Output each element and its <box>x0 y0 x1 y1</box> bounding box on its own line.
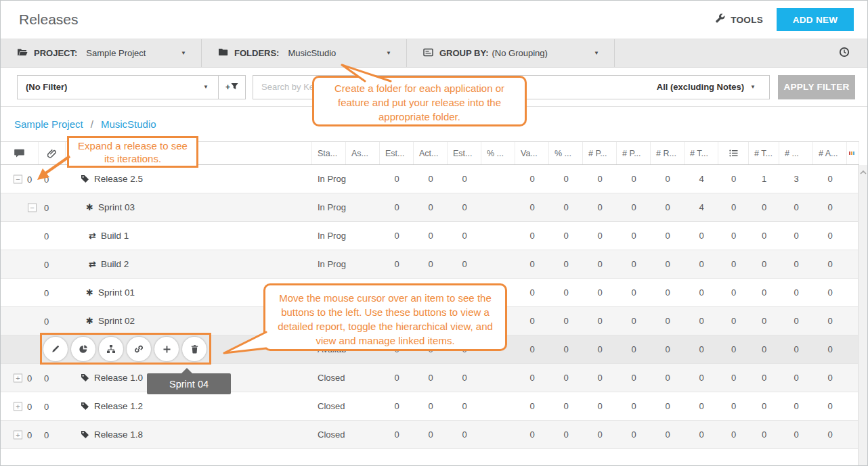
report-button[interactable] <box>71 337 95 361</box>
value-cell <box>481 392 515 420</box>
value-cell: 0 <box>718 250 749 278</box>
search-scope-select[interactable]: All (excluding Notes) ▼ <box>657 82 761 92</box>
item-name-cell[interactable]: ⇄Build 2 <box>66 250 312 278</box>
report-pie-icon <box>79 344 88 354</box>
callout-expand: Expand a release to see its iterations. <box>67 136 198 168</box>
build-icon: ⇄ <box>89 259 96 269</box>
status-cell: Closed <box>312 392 346 420</box>
folders-label: FOLDERS: <box>234 48 279 58</box>
value-cell: 0 <box>380 165 414 193</box>
value-cell: 0 <box>651 392 685 420</box>
add-filter-button[interactable]: + <box>219 75 246 99</box>
column-header[interactable]: Va... <box>515 142 549 164</box>
funnel-icon <box>231 83 238 92</box>
column-header[interactable]: # T... <box>685 142 718 164</box>
item-name-cell[interactable]: ⇄Build 1 <box>66 222 312 250</box>
column-header[interactable]: % ... <box>549 142 583 164</box>
tools-button[interactable]: TOOLS <box>715 14 763 26</box>
history-clock-icon[interactable] <box>839 47 850 60</box>
add-new-button[interactable]: ADD NEW <box>777 8 854 31</box>
column-header[interactable]: Est... <box>380 142 414 164</box>
table-row[interactable]: +00Release 1.8Closed0000000000000 <box>1 421 859 449</box>
hierarchy-button[interactable] <box>99 337 123 361</box>
item-name: Build 1 <box>101 231 129 241</box>
columns-customize-icon[interactable] <box>847 142 859 164</box>
column-header[interactable]: Est... <box>448 142 481 164</box>
groupby-dropdown[interactable]: GROUP BY: (No Grouping) ▼ <box>407 39 615 67</box>
value-cell: 0 <box>617 250 651 278</box>
value-cell: 0 <box>380 193 414 221</box>
breadcrumb-folder-link[interactable]: MusicStudio <box>101 118 156 130</box>
attachment-count: 0 <box>44 231 49 241</box>
saved-filter-select[interactable]: (No Filter) ▼ <box>17 75 219 99</box>
item-name: Release 2.5 <box>94 174 143 184</box>
expander-icon[interactable]: + <box>14 430 22 439</box>
comment-icon <box>14 149 24 158</box>
value-cell: 0 <box>414 392 448 420</box>
release-tag-icon <box>81 174 89 183</box>
value-cell: 0 <box>448 364 481 392</box>
value-cell <box>346 364 380 392</box>
breadcrumb-project-link[interactable]: Sample Project <box>14 118 83 130</box>
value-cell <box>481 165 515 193</box>
value-cell: 0 <box>813 279 847 306</box>
edit-pencil-button[interactable] <box>43 337 68 361</box>
table-row[interactable]: 0⇄Build 2In Progress0000000000000 <box>1 250 859 279</box>
project-dropdown[interactable]: PROJECT: Sample Project ▼ <box>1 39 202 67</box>
table-row[interactable]: +00Release 1.0Closed0000000000000 <box>1 364 859 392</box>
value-cell: 0 <box>380 392 414 420</box>
link-button[interactable] <box>127 337 151 361</box>
row-gutter: +0 <box>1 364 39 392</box>
item-name-cell[interactable]: Release 1.8 <box>66 421 312 448</box>
expander-icon[interactable]: − <box>14 174 22 183</box>
column-header[interactable]: # P... <box>617 142 651 164</box>
value-cell: 0 <box>515 165 549 193</box>
value-cell: 0 <box>380 222 414 250</box>
apply-filter-button[interactable]: APPLY FILTER <box>778 75 855 99</box>
column-header[interactable]: # P... <box>583 142 617 164</box>
delete-button[interactable] <box>182 337 207 361</box>
column-header[interactable]: # A... <box>813 142 847 164</box>
value-cell: 0 <box>651 250 685 278</box>
expander-icon[interactable]: + <box>14 373 22 382</box>
column-header[interactable]: # ... <box>779 142 813 164</box>
column-header[interactable]: As... <box>346 142 380 164</box>
table-row[interactable]: −00Release 2.5In Progress0000000040130 <box>1 165 859 193</box>
item-name-cell[interactable]: Release 2.5 <box>66 165 312 193</box>
status-cell: In Progress <box>312 165 346 193</box>
value-cell: 0 <box>718 335 749 363</box>
item-name-cell[interactable]: Release 1.2 <box>66 392 312 420</box>
item-name: Sprint 02 <box>98 316 135 326</box>
column-header-status[interactable]: Sta... <box>312 142 346 164</box>
value-cell: 0 <box>718 421 749 448</box>
vertical-scrollbar[interactable] <box>858 165 867 465</box>
value-cell: 0 <box>515 279 549 306</box>
table-row[interactable]: 0⇄Build 1In Progress0000000000000 <box>1 222 859 250</box>
value-cell <box>346 165 380 193</box>
expander-icon[interactable]: + <box>14 402 22 411</box>
table-row[interactable]: −0✱Sprint 03In Progress0000000040000 <box>1 193 859 222</box>
column-header[interactable]: Act... <box>414 142 448 164</box>
attachment-count-cell: 0 <box>39 421 66 448</box>
expander-icon[interactable]: − <box>28 203 37 212</box>
attachment-count-cell: 0 <box>39 279 66 306</box>
item-name-cell[interactable]: ✱Sprint 03 <box>66 193 312 221</box>
value-cell <box>346 250 380 278</box>
row-gutter <box>1 335 39 363</box>
value-cell: 0 <box>515 364 549 392</box>
folders-dropdown[interactable]: FOLDERS: MusicStudio ▼ <box>202 39 407 67</box>
value-cell: 0 <box>779 222 813 250</box>
column-header[interactable]: # R... <box>651 142 685 164</box>
comment-count: 0 <box>27 401 32 411</box>
column-header[interactable]: # T... <box>749 142 779 164</box>
value-cell: 0 <box>685 392 718 420</box>
list-column-header[interactable] <box>718 142 749 164</box>
add-button[interactable] <box>154 337 179 361</box>
row-gutter: − <box>1 193 39 221</box>
folder-icon <box>218 48 228 58</box>
column-header[interactable]: % ... <box>481 142 515 164</box>
group-by-icon <box>423 48 433 59</box>
value-cell: 0 <box>448 250 481 278</box>
table-row[interactable]: +00Release 1.2Closed0000000000000 <box>1 392 859 421</box>
value-cell: 4 <box>685 165 718 193</box>
